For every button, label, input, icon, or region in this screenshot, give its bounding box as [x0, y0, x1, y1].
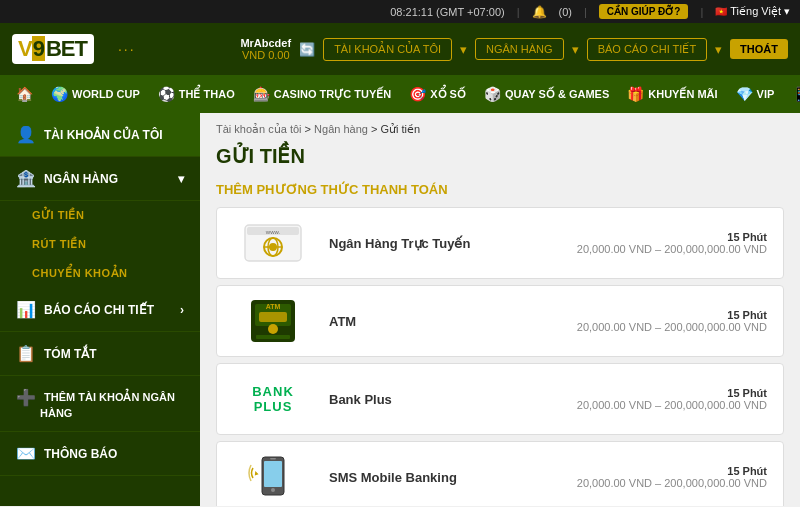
refresh-balance-icon[interactable]: 🔄: [299, 42, 315, 57]
notif-count: (0): [559, 6, 572, 18]
mobile-icon: 📱: [792, 86, 800, 102]
my-account-button[interactable]: TÀI KHOẢN CỦA TÔI: [323, 38, 452, 61]
atm-info: 15 Phút 20,000.00 VND – 200,000,000.00 V…: [577, 309, 767, 333]
svg-text:ATM: ATM: [266, 303, 281, 310]
promo-icon: 🎁: [627, 86, 644, 102]
user-info: MrAbcdef VND 0.00: [240, 37, 291, 61]
bell-icon[interactable]: 🔔: [532, 5, 547, 19]
report-icon: 📊: [16, 300, 36, 319]
balance-display: VND 0.00: [242, 49, 290, 61]
home-icon: 🏠: [16, 86, 33, 102]
online-bank-icon: www.: [243, 219, 303, 267]
nav-lottery[interactable]: 🎯XỔ SỐ: [401, 75, 474, 113]
help-button[interactable]: CẦN GIÚP ĐỠ?: [599, 4, 689, 19]
nav-bar: 🏠 🌍WORLD CUP ⚽THỂ THAO 🎰CASINO TRỰC TUYẾ…: [0, 75, 800, 113]
lottery-icon: 🎯: [409, 86, 426, 102]
sidebar-item-add-bank[interactable]: ➕ THÊM TÀI KHOẢN NGÂN HÀNG: [0, 376, 200, 432]
breadcrumb: Tài khoản của tôi > Ngân hàng > Gửi tiền: [216, 123, 784, 136]
svg-rect-16: [270, 458, 276, 460]
nav-casino[interactable]: 🎰CASINO TRỰC TUYẾN: [245, 75, 399, 113]
breadcrumb-current: Gửi tiền: [380, 123, 420, 135]
payment-method-bankplus[interactable]: BANK PLUS Bank Plus 15 Phút 20,000.00 VN…: [216, 363, 784, 435]
nav-home[interactable]: 🏠: [8, 75, 41, 113]
username-display: MrAbcdef: [240, 37, 291, 49]
logo: V9BET: [12, 34, 94, 64]
loading-indicator: ···: [118, 41, 136, 57]
report-header-button[interactable]: BÁO CÁO CHI TIẾT: [587, 38, 707, 61]
sms-mobile-icon: [248, 453, 298, 501]
worldcup-icon: 🌍: [51, 86, 68, 102]
svg-rect-14: [264, 461, 282, 487]
breadcrumb-bank-link[interactable]: Ngân hàng: [314, 123, 368, 135]
nav-games[interactable]: 🎲QUAY SỐ & GAMES: [476, 75, 617, 113]
sidebar-item-summary[interactable]: 📋 TÓM TẮT: [0, 332, 200, 376]
nav-sports[interactable]: ⚽THỂ THAO: [150, 75, 243, 113]
nav-worldcup[interactable]: 🌍WORLD CUP: [43, 75, 148, 113]
bankplus-icon-box: BANK PLUS: [233, 374, 313, 424]
bankplus-icon: BANK PLUS: [252, 384, 294, 414]
payment-method-sms-mobile[interactable]: SMS Mobile Banking 15 Phút 20,000.00 VND…: [216, 441, 784, 506]
bankplus-info: 15 Phút 20,000.00 VND – 200,000,000.00 V…: [577, 387, 767, 411]
atm-name: ATM: [329, 314, 561, 329]
bankplus-name: Bank Plus: [329, 392, 561, 407]
main-layout: 👤 TÀI KHOẢN CỦA TÔI 🏦 NGÂN HÀNG ▾ GỬI TI…: [0, 113, 800, 506]
language-selector[interactable]: 🇻🇳 Tiếng Việt ▾: [715, 5, 790, 18]
svg-rect-10: [259, 312, 287, 322]
sidebar-sub-deposit[interactable]: GỬI TIỀN: [0, 201, 200, 230]
add-bank-icon: ➕: [16, 388, 36, 407]
section-title: THÊM PHƯƠNG THỨC THANH TOÁN: [216, 182, 784, 197]
top-bar: 08:21:11 (GMT +07:00) | 🔔 (0) | CẦN GIÚP…: [0, 0, 800, 23]
breadcrumb-home-link[interactable]: Tài khoản của tôi: [216, 123, 302, 135]
report-arrow-icon: ›: [180, 303, 184, 317]
summary-icon: 📋: [16, 344, 36, 363]
bank-icon: 🏦: [16, 169, 36, 188]
mail-icon: ✉️: [16, 444, 36, 463]
online-bank-icon-box: www.: [233, 218, 313, 268]
account-icon: 👤: [16, 125, 36, 144]
sports-icon: ⚽: [158, 86, 175, 102]
svg-rect-12: [256, 335, 290, 339]
top-bar-time: 08:21:11 (GMT +07:00): [390, 6, 504, 18]
main-content: Tài khoản của tôi > Ngân hàng > Gửi tiền…: [200, 113, 800, 506]
sidebar-item-notifications[interactable]: ✉️ THÔNG BÁO: [0, 432, 200, 476]
online-bank-info: 15 Phút 20,000.00 VND – 200,000,000.00 V…: [577, 231, 767, 255]
online-bank-name: Ngân Hàng Trực Tuyến: [329, 236, 561, 251]
sidebar-sub-withdraw[interactable]: RÚT TIỀN: [0, 230, 200, 259]
nav-promo[interactable]: 🎁KHUYẾN MÃI: [619, 75, 725, 113]
sidebar-sub-transfer[interactable]: CHUYỂN KHOẢN: [0, 259, 200, 288]
bank-arrow-icon: ▾: [178, 172, 184, 186]
logout-button[interactable]: THOÁT: [730, 39, 788, 59]
header-user-area: MrAbcdef VND 0.00 🔄 TÀI KHOẢN CỦA TÔI ▾ …: [240, 37, 788, 61]
payment-method-list: www. Ngân Hàng Trực Tuyến 15 Phút 20,000…: [216, 207, 784, 506]
sms-mobile-icon-box: [233, 452, 313, 502]
atm-icon: ATM: [243, 297, 303, 345]
sidebar: 👤 TÀI KHOẢN CỦA TÔI 🏦 NGÂN HÀNG ▾ GỬI TI…: [0, 113, 200, 506]
main-header: V9BET ··· MrAbcdef VND 0.00 🔄 TÀI KHOẢN …: [0, 23, 800, 75]
svg-point-15: [271, 488, 275, 492]
vip-icon: 💎: [736, 86, 753, 102]
games-icon: 🎲: [484, 86, 501, 102]
page-title: GỬI TIỀN: [216, 144, 784, 168]
sidebar-item-bank[interactable]: 🏦 NGÂN HÀNG ▾: [0, 157, 200, 201]
sms-mobile-info: 15 Phút 20,000.00 VND – 200,000,000.00 V…: [577, 465, 767, 489]
nav-mobile[interactable]: 📱DI ĐỘNG: [784, 75, 800, 113]
sidebar-item-report[interactable]: 📊 BÁO CÁO CHI TIẾT ›: [0, 288, 200, 332]
sidebar-item-account[interactable]: 👤 TÀI KHOẢN CỦA TÔI: [0, 113, 200, 157]
payment-method-online-bank[interactable]: www. Ngân Hàng Trực Tuyến 15 Phút 20,000…: [216, 207, 784, 279]
svg-text:www.: www.: [265, 229, 281, 235]
payment-method-atm[interactable]: ATM ATM 15 Phút 20,000.00 VND – 200,000,…: [216, 285, 784, 357]
casino-icon: 🎰: [253, 86, 270, 102]
bank-header-button[interactable]: NGÂN HÀNG: [475, 38, 564, 60]
atm-icon-box: ATM: [233, 296, 313, 346]
sms-mobile-name: SMS Mobile Banking: [329, 470, 561, 485]
svg-point-11: [268, 324, 278, 334]
nav-vip[interactable]: 💎VIP: [728, 75, 783, 113]
